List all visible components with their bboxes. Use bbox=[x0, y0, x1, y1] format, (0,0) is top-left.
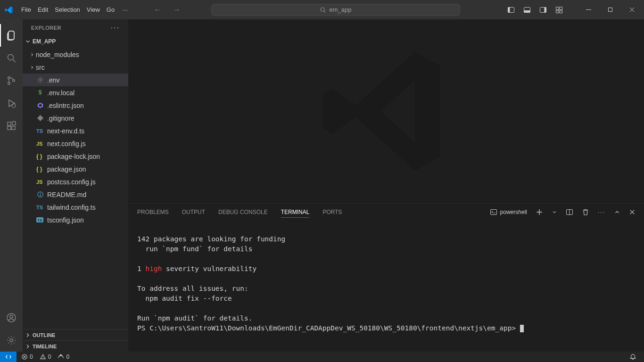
tree-file[interactable]: TStailwind.config.ts bbox=[23, 201, 128, 214]
tree-file[interactable]: README.md bbox=[23, 188, 128, 201]
file-icon bbox=[36, 102, 44, 109]
tab-terminal[interactable]: TERMINAL bbox=[281, 207, 310, 218]
menu-go[interactable]: Go bbox=[103, 0, 118, 19]
close-panel-icon[interactable] bbox=[629, 209, 636, 215]
activity-source-control[interactable] bbox=[0, 69, 23, 92]
svg-point-19 bbox=[8, 82, 10, 85]
window-close[interactable] bbox=[621, 0, 643, 19]
tab-ports[interactable]: PORTS bbox=[322, 207, 342, 217]
svg-rect-9 bbox=[560, 7, 562, 10]
tree-file[interactable]: TStsconfig.json bbox=[23, 214, 128, 226]
tree-file[interactable]: { }package-lock.json bbox=[23, 150, 128, 163]
status-ports[interactable]: 0 bbox=[58, 354, 69, 360]
tree-file[interactable]: JSpostcss.config.js bbox=[23, 175, 128, 188]
tree-file[interactable]: { }package.json bbox=[23, 163, 128, 175]
editor-empty-state bbox=[129, 19, 644, 203]
chevron-right-icon bbox=[25, 343, 31, 350]
svg-rect-22 bbox=[8, 122, 11, 125]
kill-terminal-icon[interactable] bbox=[582, 208, 589, 216]
maximize-panel-icon[interactable] bbox=[614, 209, 620, 215]
svg-rect-5 bbox=[524, 10, 530, 13]
tree-file[interactable]: $.env.local bbox=[23, 86, 128, 99]
terminal-profile-name: powershell bbox=[500, 209, 527, 215]
tab-output[interactable]: OUTPUT bbox=[182, 207, 205, 217]
nav-back-icon[interactable]: ← bbox=[154, 6, 161, 14]
activity-run-debug[interactable] bbox=[0, 92, 23, 115]
tree-item-label: .eslintrc.json bbox=[47, 102, 84, 109]
remote-indicator[interactable] bbox=[0, 352, 17, 362]
menu-selection[interactable]: Selection bbox=[51, 0, 83, 19]
customize-layout-icon[interactable] bbox=[555, 6, 563, 14]
menu-file[interactable]: File bbox=[18, 0, 34, 19]
panel-more-icon[interactable]: ··· bbox=[598, 209, 605, 215]
outline-label: OUTLINE bbox=[33, 332, 55, 338]
status-errors-count: 0 bbox=[30, 354, 33, 360]
activity-extensions[interactable] bbox=[0, 115, 23, 137]
svg-text:JS: JS bbox=[36, 141, 42, 147]
file-tree: node_modulessrc.env$.env.local.eslintrc.… bbox=[23, 47, 128, 329]
activity-search[interactable] bbox=[0, 47, 23, 69]
vscode-watermark-icon bbox=[316, 41, 457, 182]
tree-item-label: package.json bbox=[47, 165, 86, 173]
tree-folder[interactable]: node_modules bbox=[23, 48, 128, 61]
chevron-down-icon bbox=[25, 38, 31, 45]
toggle-panel-icon[interactable] bbox=[523, 6, 531, 14]
menu-more[interactable]: ··· bbox=[118, 0, 132, 19]
folder-name: EM_APP bbox=[33, 38, 56, 45]
svg-text:TS: TS bbox=[37, 218, 42, 222]
chevron-right-icon bbox=[25, 332, 31, 338]
activity-explorer[interactable] bbox=[0, 24, 23, 47]
svg-rect-23 bbox=[8, 126, 11, 130]
terminal-output[interactable]: 142 packages are looking for funding run… bbox=[129, 221, 644, 352]
timeline-section[interactable]: TIMELINE bbox=[23, 340, 128, 352]
tree-file[interactable]: TSnext-env.d.ts bbox=[23, 124, 128, 137]
command-center-text: em_app bbox=[329, 6, 351, 13]
new-terminal-icon[interactable] bbox=[536, 208, 543, 216]
menu-view[interactable]: View bbox=[83, 0, 103, 19]
tree-folder[interactable]: src bbox=[23, 61, 128, 74]
terminal-profile[interactable]: powershell bbox=[490, 208, 527, 216]
status-bar: 0 0 0 bbox=[0, 352, 644, 362]
svg-text:{ }: { } bbox=[36, 153, 42, 160]
search-icon bbox=[320, 7, 326, 13]
toggle-primary-sidebar-icon[interactable] bbox=[507, 6, 515, 14]
activity-accounts[interactable] bbox=[0, 306, 23, 329]
svg-rect-3 bbox=[508, 7, 510, 12]
vscode-logo-icon bbox=[5, 6, 13, 14]
tree-item-label: tailwind.config.ts bbox=[47, 204, 96, 211]
split-terminal-icon[interactable] bbox=[566, 208, 573, 216]
menu-edit[interactable]: Edit bbox=[34, 0, 51, 19]
tree-file[interactable]: .env bbox=[23, 74, 128, 86]
nav-forward-icon[interactable]: → bbox=[173, 6, 181, 14]
tree-file[interactable]: .gitignore bbox=[23, 112, 128, 124]
status-errors[interactable]: 0 bbox=[21, 354, 33, 360]
toggle-secondary-sidebar-icon[interactable] bbox=[539, 6, 547, 14]
status-notifications[interactable] bbox=[629, 354, 636, 361]
title-bar: File Edit Selection View Go ··· ← → em_a… bbox=[0, 0, 644, 19]
svg-text:$: $ bbox=[38, 89, 41, 96]
window-maximize[interactable] bbox=[600, 0, 621, 19]
tree-item-label: src bbox=[36, 64, 45, 71]
tree-file[interactable]: .eslintrc.json bbox=[23, 99, 128, 112]
tab-debug-console[interactable]: DEBUG CONSOLE bbox=[218, 207, 268, 217]
svg-point-55 bbox=[42, 358, 43, 358]
command-center[interactable]: em_app bbox=[211, 4, 460, 16]
outline-section[interactable]: OUTLINE bbox=[23, 329, 128, 340]
nav-arrows: ← → bbox=[154, 6, 181, 14]
window-minimize[interactable] bbox=[578, 0, 600, 19]
tab-problems[interactable]: PROBLEMS bbox=[137, 207, 169, 217]
activity-settings[interactable] bbox=[0, 329, 23, 352]
svg-rect-10 bbox=[556, 10, 559, 13]
terminal-dropdown-icon[interactable] bbox=[552, 209, 557, 215]
tree-file[interactable]: JSnext.config.js bbox=[23, 137, 128, 150]
status-warnings[interactable]: 0 bbox=[40, 354, 51, 360]
tree-item-label: .gitignore bbox=[47, 115, 74, 122]
svg-point-0 bbox=[321, 8, 325, 11]
svg-line-1 bbox=[324, 11, 326, 12]
explorer-more-actions[interactable]: ··· bbox=[111, 24, 120, 32]
activity-bar bbox=[0, 19, 23, 352]
svg-rect-13 bbox=[609, 8, 612, 12]
folder-header[interactable]: EM_APP bbox=[23, 36, 128, 47]
file-icon: $ bbox=[36, 89, 44, 96]
file-icon: TS bbox=[36, 127, 44, 134]
